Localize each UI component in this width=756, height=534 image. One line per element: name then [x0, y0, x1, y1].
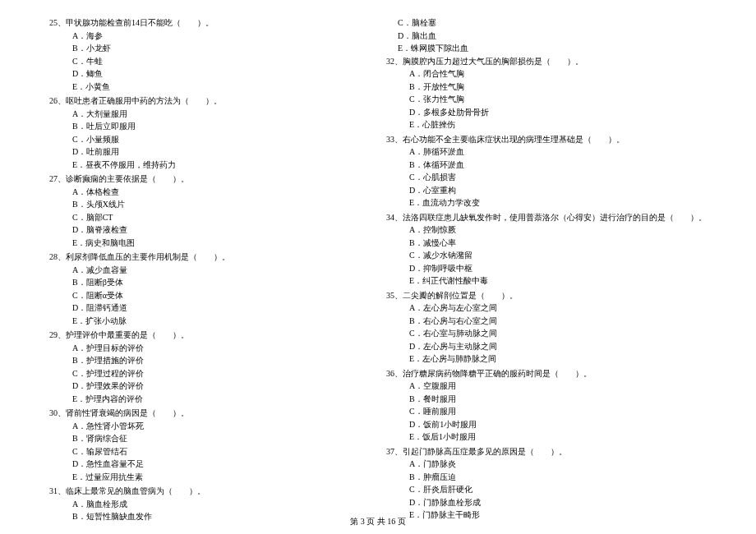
question-28: 28、利尿剂降低血压的主要作用机制是（ ）。 A．减少血容量 B．阻断β受体 C…	[49, 251, 353, 327]
left-column: 25、甲状腺功能检查前14日不能吃（ ）。 A．海参 B．小龙虾 C．牛蛙 D．…	[49, 16, 353, 525]
option: D．饭前1小时服用	[386, 418, 707, 431]
option: A．脑血栓形成	[49, 498, 353, 511]
question-27: 27、诊断癫痫的主要依据是（ ）。 A．体格检查 B．头颅X线片 C．脑部CT …	[49, 173, 353, 249]
option: B．头颅X线片	[49, 198, 353, 211]
option: A．减少血容量	[49, 264, 353, 277]
option: E．护理内容的评价	[49, 393, 353, 406]
question-29: 29、护理评价中最重要的是（ ）。 A．护理目标的评价 B．护理措施的评价 C．…	[49, 329, 353, 405]
question-stem: 34、法洛四联症患儿缺氧发作时，使用普萘洛尔（心得安）进行治疗的目的是（ ）。	[386, 211, 707, 224]
option: B．护理措施的评价	[49, 354, 353, 367]
option: E．血流动力学改变	[386, 196, 707, 209]
option: C．输尿管结石	[49, 445, 353, 458]
option: C．小量频服	[49, 133, 353, 146]
question-37: 37、引起门静脉高压症最多见的原因是（ ）。 A．门静脉炎 B．肿瘤压迫 C．肝…	[386, 445, 707, 522]
option: D．护理效果的评价	[49, 380, 353, 393]
option: E．心脏挫伤	[386, 118, 707, 131]
option: A．肺循环淤血	[386, 145, 707, 159]
option: E．饭后1小时服用	[386, 430, 707, 444]
question-stem: 25、甲状腺功能检查前14日不能吃（ ）。	[49, 16, 353, 30]
option: E．蛛网膜下隙出血	[386, 42, 707, 55]
question-30: 30、肾前性肾衰竭的病因是（ ）。 A．急性肾小管坏死 B．肾病综合征 C．输尿…	[49, 407, 353, 483]
option: C．减少水钠潴留	[386, 249, 707, 262]
option: D．门静脉血栓形成	[386, 496, 707, 509]
option: C．张力性气胸	[386, 93, 707, 106]
question-stem: 27、诊断癫痫的主要依据是（ ）。	[49, 173, 353, 186]
option: C．右心室与肺动脉之间	[386, 327, 707, 340]
option: D．脑出血	[386, 30, 707, 43]
question-36: 36、治疗糖尿病药物降糖平正确的服药时间是（ ）。 A．空腹服用 B．餐时服用 …	[386, 367, 707, 444]
option: B．吐后立即服用	[49, 120, 353, 133]
question-33: 33、右心功能不全主要临床症状出现的病理生理基础是（ ）。 A．肺循环淤血 B．…	[386, 133, 707, 209]
option: D．急性血容量不足	[49, 458, 353, 471]
option: C．牛蛙	[49, 55, 353, 68]
option: A．护理目标的评价	[49, 342, 353, 355]
option: E．扩张小动脉	[49, 315, 353, 328]
option: D．吐前服用	[49, 145, 353, 159]
question-stem: 32、胸膜腔内压力超过大气压的胸部损伤是（ ）。	[386, 55, 707, 68]
option: B．肾病综合征	[49, 432, 353, 445]
page-footer: 第 3 页 共 16 页	[0, 516, 756, 527]
option: A．门静脉炎	[386, 458, 707, 471]
option: B．肿瘤压迫	[386, 471, 707, 484]
question-stem: 26、呕吐患者正确服用中药的方法为（ ）。	[49, 94, 353, 108]
question-26: 26、呕吐患者正确服用中药的方法为（ ）。 A．大剂量服用 B．吐后立即服用 C…	[49, 94, 353, 171]
option: D．左心房与主动脉之间	[386, 340, 707, 353]
option: D．脑脊液检查	[49, 223, 353, 237]
option: D．抑制呼吸中枢	[386, 262, 707, 275]
option: E．纠正代谢性酸中毒	[386, 274, 707, 288]
option: B．体循环淤血	[386, 159, 707, 172]
option: B．开放性气胸	[386, 81, 707, 94]
option: B．餐时服用	[386, 393, 707, 406]
option: B．阻断β受体	[49, 276, 353, 289]
option: C．肝炎后肝硬化	[386, 483, 707, 496]
option: E．病史和脑电图	[49, 237, 353, 250]
option: E．小黄鱼	[49, 81, 353, 94]
option: B．减慢心率	[386, 237, 707, 250]
option: E．昼夜不停服用，维持药力	[49, 159, 353, 172]
option: A．急性肾小管坏死	[49, 420, 353, 433]
option: A．海参	[49, 30, 353, 43]
question-34: 34、法洛四联症患儿缺氧发作时，使用普萘洛尔（心得安）进行治疗的目的是（ ）。 …	[386, 211, 707, 288]
question-stem: 35、二尖瓣的解剖位置是（ ）。	[386, 289, 707, 302]
option: C．阻断α受体	[49, 289, 353, 302]
option: E．左心房与肺静脉之间	[386, 352, 707, 366]
page-content: 25、甲状腺功能检查前14日不能吃（ ）。 A．海参 B．小龙虾 C．牛蛙 D．…	[0, 0, 756, 533]
question-stem: 37、引起门静脉高压症最多见的原因是（ ）。	[386, 445, 707, 458]
option: D．多根多处肋骨骨折	[386, 106, 707, 119]
option: A．体格检查	[49, 186, 353, 199]
option: E．过量应用抗生素	[49, 471, 353, 484]
option: A．闭合性气胸	[386, 67, 707, 81]
right-column: C．脑栓塞 D．脑出血 E．蛛网膜下隙出血 32、胸膜腔内压力超过大气压的胸部损…	[386, 16, 707, 525]
question-stem: 29、护理评价中最重要的是（ ）。	[49, 329, 353, 342]
option: D．心室重构	[386, 184, 707, 197]
question-stem: 28、利尿剂降低血压的主要作用机制是（ ）。	[49, 251, 353, 264]
option: D．鲫鱼	[49, 67, 353, 81]
question-25: 25、甲状腺功能检查前14日不能吃（ ）。 A．海参 B．小龙虾 C．牛蛙 D．…	[49, 16, 353, 93]
question-35: 35、二尖瓣的解剖位置是（ ）。 A．左心房与左心室之间 B．右心房与右心室之间…	[386, 289, 707, 366]
question-stem: 31、临床上最常见的脑血管病为（ ）。	[49, 485, 353, 498]
question-32: 32、胸膜腔内压力超过大气压的胸部损伤是（ ）。 A．闭合性气胸 B．开放性气胸…	[386, 55, 707, 131]
question-stem: 33、右心功能不全主要临床症状出现的病理生理基础是（ ）。	[386, 133, 707, 146]
option: A．空腹服用	[386, 380, 707, 393]
option: A．大剂量服用	[49, 108, 353, 121]
question-stem: 30、肾前性肾衰竭的病因是（ ）。	[49, 407, 353, 420]
option: B．右心房与右心室之间	[386, 315, 707, 328]
option: B．小龙虾	[49, 42, 353, 55]
option: A．左心房与左心室之间	[386, 302, 707, 315]
option: C．睡前服用	[386, 405, 707, 418]
option: C．心肌损害	[386, 171, 707, 184]
option: C．脑部CT	[49, 211, 353, 224]
option: C．脑栓塞	[386, 16, 707, 30]
option: A．控制惊厥	[386, 223, 707, 237]
question-stem: 36、治疗糖尿病药物降糖平正确的服药时间是（ ）。	[386, 367, 707, 380]
option: D．阻滞钙通道	[49, 302, 353, 315]
option: C．护理过程的评价	[49, 367, 353, 380]
